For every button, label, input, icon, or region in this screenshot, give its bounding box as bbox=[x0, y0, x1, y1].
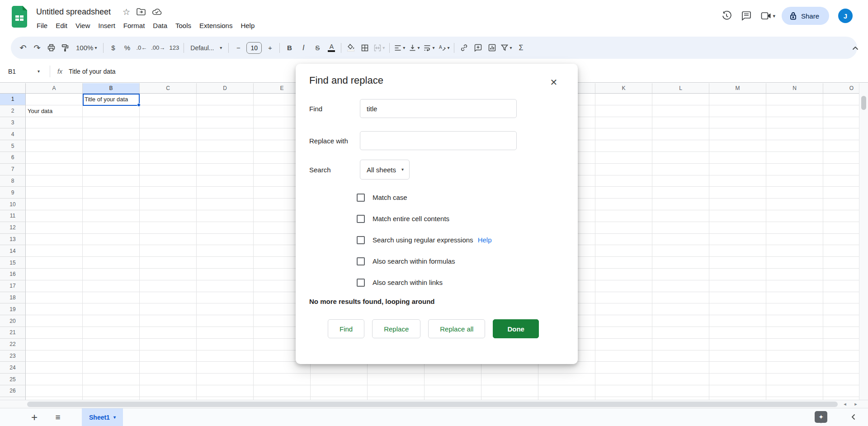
font-size-input[interactable]: 10 bbox=[246, 42, 262, 54]
column-header-L[interactable]: L bbox=[652, 83, 709, 94]
menu-help[interactable]: Help bbox=[236, 20, 259, 31]
sheet-tab-caret-icon[interactable]: ▾ bbox=[113, 415, 116, 420]
column-header-M[interactable]: M bbox=[709, 83, 766, 94]
create-filter-icon[interactable]: ▾ bbox=[499, 41, 514, 55]
row-header-13[interactable]: 13 bbox=[0, 234, 26, 246]
insert-link-icon[interactable] bbox=[457, 41, 471, 55]
column-header-N[interactable]: N bbox=[766, 83, 823, 94]
scroll-left-icon[interactable]: ◂ bbox=[840, 400, 850, 408]
checkbox-5[interactable] bbox=[357, 279, 365, 287]
column-header-A[interactable]: A bbox=[26, 83, 83, 94]
menu-file[interactable]: File bbox=[33, 20, 52, 31]
gemini-sparkle-icon[interactable]: ✦ bbox=[815, 411, 827, 423]
find-input[interactable] bbox=[360, 99, 517, 118]
text-wrap-icon[interactable]: ▾ bbox=[422, 41, 436, 55]
text-rotation-icon[interactable]: A ▾ bbox=[437, 41, 451, 55]
star-icon[interactable]: ☆ bbox=[123, 7, 130, 17]
name-box[interactable]: B1 ▾ bbox=[0, 68, 43, 75]
decrease-font-size-icon[interactable]: − bbox=[231, 41, 245, 55]
selected-cell-outline[interactable] bbox=[83, 94, 140, 106]
row-header-21[interactable]: 21 bbox=[0, 327, 26, 339]
search-scope-select[interactable]: All sheets ▾ bbox=[360, 160, 410, 180]
expand-panel-icon[interactable] bbox=[846, 410, 860, 424]
version-history-icon[interactable] bbox=[717, 6, 736, 26]
italic-icon[interactable]: I bbox=[297, 41, 310, 55]
font-select[interactable]: Defaul...▾ bbox=[187, 41, 226, 55]
column-header-K[interactable]: K bbox=[595, 83, 652, 94]
row-header-23[interactable]: 23 bbox=[0, 350, 26, 362]
row-header-3[interactable]: 3 bbox=[0, 117, 26, 129]
formula-input[interactable]: Title of your data bbox=[69, 68, 116, 75]
more-formats-icon[interactable]: 123 bbox=[167, 41, 181, 55]
row-header-12[interactable]: 12 bbox=[0, 222, 26, 234]
all-sheets-menu-icon[interactable]: ≡ bbox=[50, 409, 66, 426]
text-color-icon[interactable]: A bbox=[325, 41, 338, 55]
cell-A2[interactable]: Your data bbox=[26, 105, 83, 117]
replace-all-button[interactable]: Replace all bbox=[428, 319, 485, 338]
row-header-14[interactable]: 14 bbox=[0, 245, 26, 257]
row-header-11[interactable]: 11 bbox=[0, 210, 26, 222]
checkbox-2[interactable] bbox=[357, 215, 365, 223]
vertical-scrollbar[interactable] bbox=[859, 83, 868, 400]
horizontal-align-icon[interactable]: ▾ bbox=[392, 41, 407, 55]
insert-comment-icon[interactable] bbox=[471, 41, 485, 55]
row-header-4[interactable]: 4 bbox=[0, 128, 26, 140]
borders-icon[interactable] bbox=[358, 41, 372, 55]
meet-caret-icon[interactable]: ▾ bbox=[773, 13, 775, 19]
row-header-19[interactable]: 19 bbox=[0, 303, 26, 315]
horizontal-scrollbar-thumb[interactable] bbox=[27, 402, 838, 407]
column-header-C[interactable]: C bbox=[140, 83, 197, 94]
menu-extensions[interactable]: Extensions bbox=[195, 20, 236, 31]
add-sheet-icon[interactable]: + bbox=[26, 409, 42, 426]
increase-font-size-icon[interactable]: + bbox=[263, 41, 277, 55]
move-folder-icon[interactable] bbox=[137, 8, 146, 15]
share-button[interactable]: Share bbox=[782, 7, 829, 25]
row-header-24[interactable]: 24 bbox=[0, 362, 26, 374]
row-header-10[interactable]: 10 bbox=[0, 199, 26, 210]
strikethrough-icon[interactable]: S bbox=[311, 41, 324, 55]
row-header-20[interactable]: 20 bbox=[0, 315, 26, 327]
comments-icon[interactable] bbox=[736, 6, 756, 26]
column-header-B[interactable]: B bbox=[83, 83, 140, 94]
row-header-9[interactable]: 9 bbox=[0, 187, 26, 199]
menu-tools[interactable]: Tools bbox=[171, 20, 195, 31]
select-all-corner[interactable] bbox=[0, 83, 26, 94]
row-header-15[interactable]: 15 bbox=[0, 257, 26, 269]
column-header-D[interactable]: D bbox=[197, 83, 254, 94]
row-header-17[interactable]: 17 bbox=[0, 280, 26, 292]
redo-icon[interactable]: ↷ bbox=[30, 41, 44, 55]
vertical-align-icon[interactable]: ▾ bbox=[407, 41, 421, 55]
find-button[interactable]: Find bbox=[328, 319, 364, 338]
collapse-toolbar-icon[interactable] bbox=[848, 41, 863, 55]
close-icon[interactable]: ✕ bbox=[547, 76, 561, 89]
row-header-18[interactable]: 18 bbox=[0, 292, 26, 304]
scroll-right-icon[interactable]: ▸ bbox=[851, 400, 861, 408]
sheets-logo-icon[interactable] bbox=[11, 5, 28, 28]
format-currency-icon[interactable]: $ bbox=[106, 41, 120, 55]
checkbox-4[interactable] bbox=[357, 257, 365, 265]
row-header-2[interactable]: 2 bbox=[0, 105, 26, 117]
row-header-8[interactable]: 8 bbox=[0, 175, 26, 187]
replace-button[interactable]: Replace bbox=[372, 319, 420, 338]
column-header-O[interactable]: O bbox=[823, 83, 859, 94]
fill-handle[interactable] bbox=[137, 103, 141, 107]
bold-icon[interactable]: B bbox=[283, 41, 296, 55]
horizontal-scrollbar[interactable]: ◂ ▸ bbox=[0, 400, 868, 408]
row-header-25[interactable]: 25 bbox=[0, 374, 26, 385]
row-header-6[interactable]: 6 bbox=[0, 152, 26, 164]
replace-input[interactable] bbox=[360, 131, 517, 150]
functions-icon[interactable]: Σ bbox=[514, 41, 528, 55]
row-header-22[interactable]: 22 bbox=[0, 339, 26, 350]
print-icon[interactable] bbox=[44, 41, 58, 55]
sheet-tab[interactable]: Sheet1 ▾ bbox=[82, 408, 123, 426]
decrease-decimal-icon[interactable]: .0← bbox=[134, 41, 149, 55]
name-box-caret-icon[interactable]: ▾ bbox=[38, 69, 40, 74]
help-link[interactable]: Help bbox=[478, 236, 492, 244]
menu-edit[interactable]: Edit bbox=[52, 20, 71, 31]
done-button[interactable]: Done bbox=[493, 319, 539, 338]
insert-chart-icon[interactable] bbox=[485, 41, 499, 55]
checkbox-3[interactable] bbox=[357, 236, 365, 244]
menu-format[interactable]: Format bbox=[119, 20, 149, 31]
row-header-1[interactable]: 1 bbox=[0, 94, 26, 105]
menu-data[interactable]: Data bbox=[149, 20, 171, 31]
